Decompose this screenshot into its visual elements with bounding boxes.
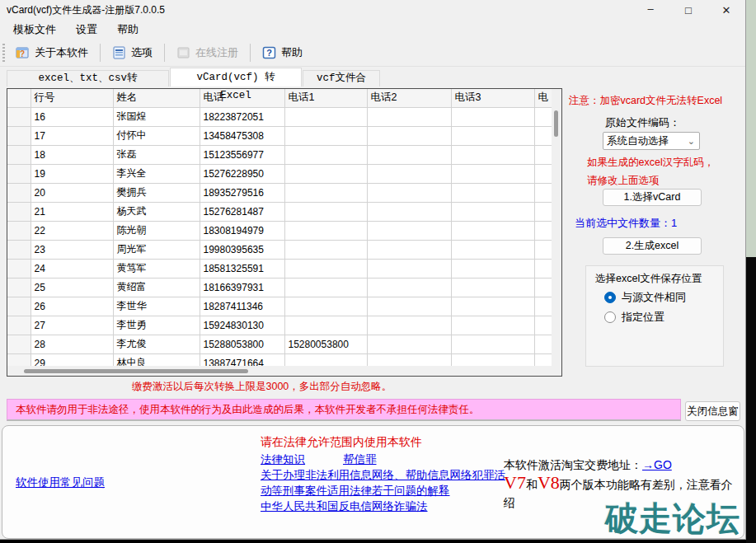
table-cell[interactable] <box>534 202 552 221</box>
go-link[interactable]: →GO <box>642 458 672 471</box>
table-cell[interactable] <box>367 164 451 183</box>
table-row[interactable]: 26李世华18287411346 <box>7 297 552 316</box>
table-cell[interactable] <box>534 164 552 183</box>
table-cell[interactable]: 18287411346 <box>200 297 284 316</box>
table-cell[interactable]: 杨天武 <box>113 202 200 221</box>
column-header[interactable]: 电话1 <box>284 89 367 107</box>
table-cell[interactable] <box>451 221 534 240</box>
select-vcard-button[interactable]: 1.选择vCard <box>603 189 702 206</box>
menu-settings[interactable]: 设置 <box>66 20 107 40</box>
table-cell[interactable]: 13887471664 <box>200 353 284 366</box>
table-row[interactable]: 25黄绍富18166397931 <box>7 278 552 297</box>
table-cell[interactable] <box>534 126 552 145</box>
minimize-button[interactable]: – <box>632 0 669 20</box>
vertical-scrollbar-thumb[interactable] <box>554 110 558 137</box>
table-row[interactable]: 29林中良13887471664 <box>7 353 552 366</box>
table-cell[interactable]: 16 <box>31 107 113 126</box>
table-cell[interactable]: 13458475308 <box>200 126 284 145</box>
table-cell[interactable]: 15276228950 <box>200 164 284 183</box>
table-cell[interactable] <box>451 240 534 259</box>
table-cell[interactable] <box>367 126 451 145</box>
table-cell[interactable] <box>451 107 534 126</box>
table-cell[interactable] <box>284 278 367 297</box>
row-selector-cell[interactable] <box>7 107 31 126</box>
table-cell[interactable] <box>451 259 534 278</box>
table-cell[interactable]: 15276281487 <box>200 202 284 221</box>
table-row[interactable]: 20樊拥兵18935279516 <box>7 183 552 202</box>
table-cell[interactable]: 15924830130 <box>200 316 284 335</box>
table-row[interactable]: 16张国煌18223872051 <box>7 107 552 126</box>
row-header-corner[interactable] <box>7 89 31 107</box>
table-row[interactable]: 24黄笃军18581325591 <box>7 259 552 278</box>
row-selector-cell[interactable] <box>7 259 31 278</box>
horizontal-scrollbar-thumb[interactable] <box>24 369 248 373</box>
row-selector-cell[interactable] <box>7 297 31 316</box>
table-cell[interactable] <box>534 278 552 297</box>
table-cell[interactable] <box>284 183 367 202</box>
table-cell[interactable] <box>451 164 534 183</box>
radio-selected-icon[interactable] <box>604 292 616 303</box>
table-cell[interactable] <box>451 278 534 297</box>
tab-vcard-to-excel[interactable]: vCard(vcf) 转 Excel <box>170 68 302 87</box>
table-cell[interactable]: 付怀中 <box>113 126 200 145</box>
row-selector-cell[interactable] <box>7 353 31 366</box>
table-cell[interactable] <box>451 316 534 335</box>
encoding-select[interactable]: 系统自动选择 ⌄ <box>603 132 700 150</box>
table-row[interactable]: 23周光军19980395635 <box>7 240 552 259</box>
table-cell[interactable]: 26 <box>31 297 113 316</box>
table-cell[interactable]: 20 <box>31 183 113 202</box>
row-selector-cell[interactable] <box>7 164 31 183</box>
table-cell[interactable] <box>284 126 367 145</box>
vertical-scrollbar[interactable] <box>552 89 561 366</box>
table-cell[interactable]: 25 <box>31 278 113 297</box>
table-row[interactable]: 17付怀中13458475308 <box>7 126 552 145</box>
table-cell[interactable] <box>367 278 451 297</box>
table-cell[interactable]: 18223872051 <box>200 107 284 126</box>
row-selector-cell[interactable] <box>7 335 31 353</box>
table-cell[interactable] <box>367 183 451 202</box>
table-cell[interactable] <box>284 240 367 259</box>
table-cell[interactable] <box>284 107 367 126</box>
table-cell[interactable]: 15123556977 <box>200 145 284 164</box>
faq-link[interactable]: 软件使用常见问题 <box>16 475 105 490</box>
table-cell[interactable]: 18308194979 <box>200 221 284 240</box>
row-selector-cell[interactable] <box>7 126 31 145</box>
table-cell[interactable] <box>284 145 367 164</box>
table-cell[interactable] <box>367 353 451 366</box>
column-header[interactable]: 行号 <box>31 89 113 107</box>
table-cell[interactable] <box>534 145 552 164</box>
table-cell[interactable]: 张磊 <box>113 145 200 164</box>
table-cell[interactable] <box>534 240 552 259</box>
table-cell[interactable]: 张国煌 <box>113 107 200 126</box>
table-cell[interactable]: 18581325591 <box>200 259 284 278</box>
table-cell[interactable] <box>534 221 552 240</box>
table-cell[interactable]: 林中良 <box>113 353 200 366</box>
table-cell[interactable] <box>451 335 534 353</box>
table-cell[interactable]: 15280053800 <box>284 335 367 353</box>
table-cell[interactable]: 22 <box>31 221 113 240</box>
table-cell[interactable] <box>534 335 552 353</box>
anti-telecom-fraud-law-link[interactable]: 中华人民共和国反电信网络诈骗法 <box>261 500 428 513</box>
radio-specified-location[interactable]: 指定位置 <box>604 310 664 325</box>
toolbar-grip[interactable] <box>2 44 5 62</box>
column-header[interactable]: 姓名 <box>113 89 200 107</box>
table-cell[interactable] <box>284 316 367 335</box>
table-cell[interactable] <box>284 164 367 183</box>
row-selector-cell[interactable] <box>7 221 31 240</box>
table-cell[interactable] <box>534 297 552 316</box>
table-cell[interactable]: 19 <box>31 164 113 183</box>
table-cell[interactable] <box>451 145 534 164</box>
row-selector-cell[interactable] <box>7 278 31 297</box>
table-cell[interactable] <box>451 183 534 202</box>
title-bar[interactable]: vCard(vcf)文件生成器-注册版7.0.0.5 – □ ✕ <box>0 0 745 20</box>
radio-same-as-source[interactable]: 与源文件相同 <box>604 290 686 305</box>
table-cell[interactable] <box>451 202 534 221</box>
table-cell[interactable]: 19980395635 <box>200 240 284 259</box>
criminal-law-interpretation-link[interactable]: 关于办理非法利用信息网络、帮助信息网络犯罪活动等刑事案件适用法律若干问题的解释 <box>261 469 505 497</box>
table-cell[interactable]: 李兴全 <box>113 164 200 183</box>
table-cell[interactable] <box>367 297 451 316</box>
table-cell[interactable] <box>284 202 367 221</box>
table-cell[interactable]: 29 <box>31 353 113 366</box>
close-info-window-button[interactable]: 关闭信息窗 <box>685 401 740 421</box>
maximize-button[interactable]: □ <box>669 0 707 20</box>
